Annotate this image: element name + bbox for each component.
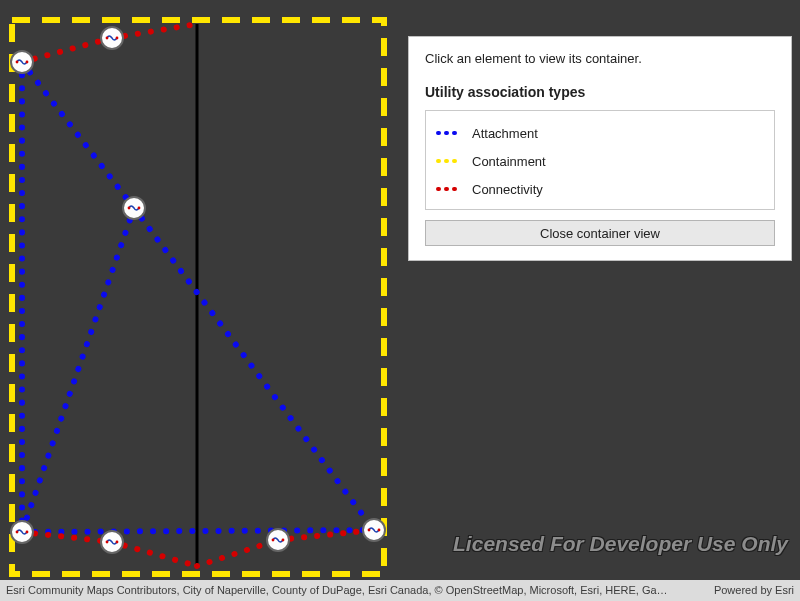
legend-label: Connectivity — [472, 182, 543, 197]
legend-row-containment: Containment — [436, 147, 764, 175]
panel-hint: Click an element to view its container. — [425, 51, 775, 66]
svg-point-13 — [106, 541, 109, 544]
utility-node[interactable] — [11, 521, 33, 543]
legend-row-attachment: Attachment — [436, 119, 764, 147]
legend-row-connectivity: Connectivity — [436, 175, 764, 203]
containment-swatch — [436, 155, 460, 167]
svg-point-5 — [116, 37, 119, 40]
svg-point-20 — [378, 529, 381, 532]
attachment-edge[interactable] — [134, 208, 374, 530]
info-panel: Click an element to view its container. … — [408, 36, 792, 261]
utility-node[interactable] — [101, 531, 123, 553]
connectivity-edge[interactable] — [22, 38, 112, 62]
svg-point-7 — [128, 207, 131, 210]
attribution-powered[interactable]: Powered by Esri — [714, 580, 794, 601]
svg-point-16 — [272, 539, 275, 542]
legend-label: Attachment — [472, 126, 538, 141]
utility-node[interactable] — [267, 529, 289, 551]
connectivity-edge[interactable] — [197, 540, 278, 566]
svg-point-4 — [106, 37, 109, 40]
utility-node[interactable] — [101, 27, 123, 49]
svg-point-8 — [138, 207, 141, 210]
svg-point-14 — [116, 541, 119, 544]
attachment-swatch — [436, 127, 460, 139]
attribution-bar: Esri Community Maps Contributors, City o… — [0, 580, 800, 601]
connectivity-edge[interactable] — [112, 542, 197, 566]
utility-node[interactable] — [11, 51, 33, 73]
connectivity-edge[interactable] — [112, 24, 197, 38]
utility-node[interactable] — [123, 197, 145, 219]
legend-label: Containment — [472, 154, 546, 169]
attribution-sources: Esri Community Maps Contributors, City o… — [6, 580, 714, 601]
svg-point-19 — [368, 529, 371, 532]
svg-point-17 — [282, 539, 285, 542]
app-root: Licensed For Developer Use Only Click an… — [0, 0, 800, 601]
svg-point-10 — [16, 531, 19, 534]
legend-box: Attachment Containment Connectivity — [425, 110, 775, 210]
svg-point-2 — [26, 61, 29, 64]
legend-title: Utility association types — [425, 84, 775, 100]
svg-point-11 — [26, 531, 29, 534]
utility-node[interactable] — [363, 519, 385, 541]
close-container-button[interactable]: Close container view — [425, 220, 775, 246]
connectivity-swatch — [436, 183, 460, 195]
attachment-edge[interactable] — [22, 62, 134, 208]
attachment-edge[interactable] — [22, 208, 134, 532]
svg-point-1 — [16, 61, 19, 64]
